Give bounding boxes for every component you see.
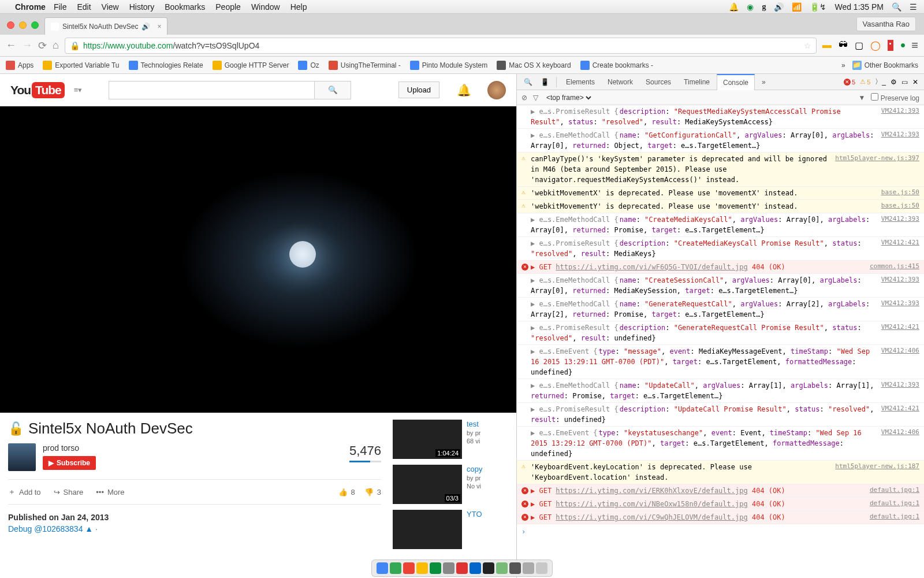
- menubar-app[interactable]: Chrome: [15, 2, 46, 12]
- console-row[interactable]: ▶ e…s.PromiseResult {description: "Creat…: [517, 237, 924, 261]
- source-link[interactable]: common.js:415: [870, 262, 919, 272]
- bookmark-item[interactable]: Google HTTP Server: [213, 61, 289, 70]
- back-icon[interactable]: ←: [6, 39, 16, 52]
- frame-selector[interactable]: <top frame>: [544, 93, 593, 102]
- console-row[interactable]: ▶ e…s.EmeEvent {type: "keystatuseschange…: [517, 427, 924, 461]
- user-avatar[interactable]: [487, 81, 506, 99]
- video-player[interactable]: [0, 106, 516, 413]
- dock-app[interactable]: [443, 562, 454, 574]
- suggestion[interactable]: 1:04:24testby pr68 vi: [393, 420, 508, 459]
- bookmark-item[interactable]: Exported Variable Tu: [43, 61, 119, 70]
- tab-console[interactable]: Console: [717, 74, 755, 90]
- drawer-icon[interactable]: 〉_: [875, 77, 886, 87]
- source-link[interactable]: VM2412:421: [881, 323, 919, 332]
- menu-window[interactable]: Window: [251, 2, 280, 12]
- ext-icon-4[interactable]: ▪: [888, 40, 893, 51]
- menu-edit[interactable]: Edit: [77, 2, 91, 12]
- like-button[interactable]: 👍8: [338, 488, 355, 497]
- menu-view[interactable]: View: [102, 2, 119, 12]
- clock[interactable]: Wed 1:35 PM: [834, 2, 884, 12]
- source-link[interactable]: default.jpg:1: [870, 499, 919, 509]
- source-link[interactable]: base.js:50: [881, 188, 919, 198]
- guide-icon[interactable]: ≡▾: [74, 86, 83, 94]
- console-prompt[interactable]: ›: [517, 524, 924, 539]
- browser-tab[interactable]: Sintel5x NoAuth DevSec 🔊 ×: [44, 17, 167, 35]
- console-row[interactable]: ▶ e…s.EmeMethodCall {name: "UpdateCall",…: [517, 379, 924, 403]
- bookmark-item[interactable]: Create bookmarks -: [580, 61, 653, 70]
- status-icon[interactable]: ◉: [747, 2, 754, 12]
- addto-button[interactable]: ＋Add to: [8, 487, 41, 497]
- console-row[interactable]: ⚠'KeyboardEvent.keyLocation' is deprecat…: [517, 461, 924, 484]
- dock-app[interactable]: [456, 562, 468, 574]
- tab-overflow[interactable]: »: [756, 75, 772, 90]
- dock-app[interactable]: [377, 562, 388, 574]
- console-row[interactable]: ▶ e…s.EmeMethodCall {name: "GetConfigura…: [517, 129, 924, 153]
- mac-menubar[interactable]: Chrome File Edit View History Bookmarks …: [0, 0, 924, 14]
- tab-network[interactable]: Network: [602, 75, 639, 90]
- bookmark-item[interactable]: Pinto Module System: [410, 61, 487, 70]
- source-link[interactable]: VM2412:393: [881, 106, 919, 116]
- subscribe-button[interactable]: ▶ Subscribe: [43, 456, 96, 470]
- dock-app[interactable]: [483, 562, 494, 574]
- menu-people[interactable]: People: [215, 2, 241, 12]
- source-link[interactable]: VM2412:421: [881, 238, 919, 248]
- console-row[interactable]: ✕▶ GET https://i.ytimg.com/vi/wF6Q5G-TVO…: [517, 261, 924, 274]
- more-button[interactable]: •••More: [96, 488, 124, 497]
- console-row[interactable]: ✕▶ GET https://i.ytimg.com/vi/ERK0hXlxov…: [517, 484, 924, 498]
- bookmark-item[interactable]: UsingTheTerminal -: [329, 61, 401, 70]
- source-link[interactable]: VM2412:393: [881, 214, 919, 224]
- settings-icon[interactable]: ⚙: [891, 78, 897, 86]
- bookmark-item[interactable]: Technologies Relate: [129, 61, 203, 70]
- filter-icon[interactable]: ▽: [533, 94, 538, 102]
- close-window-icon[interactable]: [7, 21, 14, 29]
- dislike-button[interactable]: 👎3: [364, 488, 381, 497]
- tab-close-icon[interactable]: ×: [157, 23, 161, 31]
- suggestion[interactable]: YTO: [393, 510, 508, 549]
- source-link[interactable]: html5player-new.js:187: [835, 462, 919, 472]
- share-button[interactable]: ↪Share: [54, 488, 84, 497]
- clear-console-icon[interactable]: ⊘: [521, 94, 527, 102]
- device-icon[interactable]: 📱: [537, 76, 553, 88]
- source-link[interactable]: default.jpg:1: [870, 512, 919, 522]
- window-controls[interactable]: [7, 21, 39, 29]
- minimize-window-icon[interactable]: [19, 21, 27, 29]
- bell-icon[interactable]: 🔔: [457, 83, 471, 97]
- dock-app[interactable]: [416, 562, 428, 574]
- console-row[interactable]: ✕▶ GET https://i.ytimg.com/vi/NBeOxw158n…: [517, 498, 924, 511]
- console-row[interactable]: ▶ e…s.PromiseResult {description: "Gener…: [517, 321, 924, 345]
- other-bookmarks[interactable]: 📁 Other Bookmarks: [852, 61, 918, 70]
- bookmark-item[interactable]: Mac OS X keyboard: [497, 61, 571, 70]
- ext-icon-5[interactable]: ●: [900, 40, 906, 51]
- source-link[interactable]: html5player-new.js:397: [835, 154, 919, 164]
- dock-app[interactable]: [390, 562, 401, 574]
- error-count[interactable]: ✕5: [844, 79, 855, 86]
- hamburger-icon[interactable]: ≡: [911, 39, 918, 52]
- tab-sources[interactable]: Sources: [640, 75, 677, 90]
- bookmark-item[interactable]: Oz: [298, 61, 319, 70]
- notifications-icon[interactable]: 🔔: [729, 2, 739, 12]
- reload-icon[interactable]: ⟳: [38, 39, 47, 52]
- source-link[interactable]: VM2412:393: [881, 130, 919, 140]
- home-icon[interactable]: ⌂: [53, 39, 59, 52]
- yt-search-input[interactable]: [109, 81, 314, 99]
- ext-icon-1[interactable]: ▬: [822, 40, 832, 51]
- dock[interactable]: [371, 560, 553, 577]
- suggestion[interactable]: 03/3copyby prNo vi: [393, 465, 508, 504]
- console-body[interactable]: ▶ e…s.PromiseResult {description: "Reque…: [517, 105, 924, 578]
- dock-app[interactable]: [403, 562, 415, 574]
- bookmark-item[interactable]: Apps: [6, 61, 33, 70]
- console-row[interactable]: ▶ e…s.EmeMethodCall {name: "CreateMediaK…: [517, 213, 924, 237]
- console-row[interactable]: ▶ e…s.PromiseResult {description: "Updat…: [517, 403, 924, 427]
- console-row[interactable]: ⚠'webkitMovementX' is deprecated. Please…: [517, 187, 924, 200]
- bookmark-star-icon[interactable]: ☆: [804, 41, 811, 50]
- console-row[interactable]: ⚠'webkitMovementY' is deprecated. Please…: [517, 200, 924, 213]
- ext-icon-3[interactable]: ◯: [870, 40, 881, 51]
- console-row[interactable]: ⚠canPlayType()'s 'keySystem' parameter i…: [517, 153, 924, 187]
- channel-avatar[interactable]: [8, 443, 36, 471]
- tab-audio-icon[interactable]: 🔊: [141, 23, 150, 31]
- source-link[interactable]: VM2412:406: [881, 428, 919, 438]
- list-icon[interactable]: ☰: [910, 2, 917, 12]
- google-icon[interactable]: g: [762, 2, 766, 12]
- channel-name[interactable]: prod torso: [43, 443, 96, 453]
- console-row[interactable]: ▶ e…s.EmeMethodCall {name: "CreateSessio…: [517, 274, 924, 298]
